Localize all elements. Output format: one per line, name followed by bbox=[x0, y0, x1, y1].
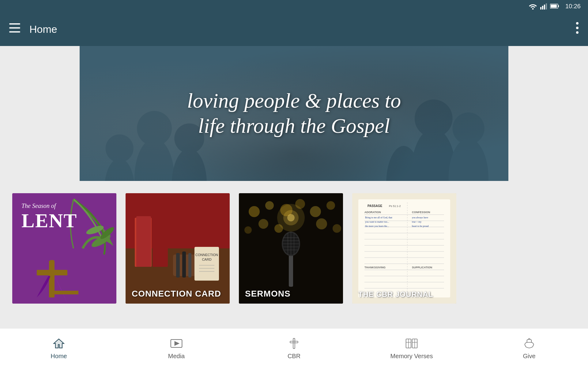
more-options-icon[interactable] bbox=[576, 22, 579, 36]
svg-rect-105 bbox=[293, 339, 295, 349]
svg-point-21 bbox=[415, 99, 453, 137]
svg-point-0 bbox=[532, 8, 533, 10]
svg-rect-4 bbox=[546, 3, 547, 10]
svg-point-53 bbox=[310, 206, 321, 217]
svg-text:CONFESSION: CONFESSION bbox=[412, 211, 430, 214]
svg-text:true + my: true + my bbox=[412, 220, 421, 223]
card-lent-subtitle: The Season of bbox=[21, 202, 77, 209]
cbr-icon bbox=[287, 337, 301, 350]
svg-rect-106 bbox=[290, 341, 298, 343]
wifi-icon bbox=[529, 3, 537, 10]
svg-rect-37 bbox=[153, 221, 168, 267]
nav-give-label: Give bbox=[523, 353, 535, 360]
svg-text:CARD: CARD bbox=[202, 258, 211, 261]
svg-point-56 bbox=[258, 219, 268, 229]
svg-point-50 bbox=[265, 201, 274, 210]
svg-text:heart to be proud: heart to be proud bbox=[412, 225, 428, 228]
svg-rect-8 bbox=[9, 23, 20, 25]
page-title: Home bbox=[29, 23, 576, 35]
svg-text:ADORATION: ADORATION bbox=[364, 211, 381, 214]
card-connection[interactable]: CONNECTION CARD CONNECTION CARD bbox=[126, 193, 230, 304]
hamburger-menu-icon[interactable] bbox=[9, 23, 20, 35]
nav-item-cbr[interactable]: CBR bbox=[266, 334, 322, 363]
svg-rect-3 bbox=[544, 5, 545, 10]
nav-cbr-label: CBR bbox=[288, 353, 300, 360]
bottom-navigation: Home Media CBR Memory Verses bbox=[0, 328, 588, 368]
svg-rect-2 bbox=[542, 6, 543, 10]
svg-text:PASSAGE: PASSAGE bbox=[368, 204, 382, 208]
give-icon bbox=[522, 337, 536, 350]
media-icon bbox=[170, 337, 183, 350]
svg-rect-1 bbox=[540, 7, 541, 10]
svg-text:SUPPLICATION: SUPPLICATION bbox=[412, 266, 432, 269]
svg-rect-39 bbox=[176, 253, 180, 278]
svg-point-12 bbox=[576, 27, 579, 29]
status-time: 10:26 bbox=[565, 3, 581, 10]
svg-point-19 bbox=[106, 134, 134, 162]
svg-rect-36 bbox=[136, 216, 151, 267]
status-icons: 10:26 bbox=[529, 3, 581, 10]
app-bar: Home bbox=[0, 12, 588, 46]
svg-point-58 bbox=[316, 218, 327, 229]
card-lent[interactable]: The Season of LENT bbox=[12, 193, 116, 304]
svg-text:you want to matter too...: you want to matter too... bbox=[365, 220, 389, 223]
svg-point-15 bbox=[137, 111, 172, 146]
svg-point-23 bbox=[453, 113, 484, 144]
card-lent-image: The Season of LENT bbox=[12, 193, 116, 304]
card-journal-label: THE CBR JOURNAL bbox=[352, 285, 456, 304]
svg-text:you always have: you always have bbox=[412, 216, 428, 219]
card-lent-main: LENT bbox=[21, 209, 77, 232]
nav-home-label: Home bbox=[51, 353, 67, 360]
svg-rect-32 bbox=[37, 270, 67, 275]
nav-item-home[interactable]: Home bbox=[31, 334, 86, 363]
svg-point-62 bbox=[287, 214, 295, 221]
nav-item-media[interactable]: Media bbox=[149, 334, 204, 363]
svg-point-59 bbox=[333, 224, 341, 233]
svg-text:Bring to me all of God, that: Bring to me all of God, that bbox=[365, 216, 392, 219]
svg-rect-31 bbox=[49, 261, 55, 297]
svg-rect-7 bbox=[551, 5, 557, 8]
svg-point-49 bbox=[249, 206, 260, 217]
svg-text:THANKSGIVING: THANKSGIVING bbox=[364, 266, 386, 269]
nav-item-give[interactable]: Give bbox=[502, 334, 557, 363]
svg-point-55 bbox=[244, 226, 252, 234]
card-connection-label: CONNECTION CARD bbox=[126, 284, 230, 304]
home-icon bbox=[52, 337, 66, 350]
svg-rect-40 bbox=[182, 251, 186, 278]
svg-text:CONNECTION: CONNECTION bbox=[195, 253, 218, 257]
svg-rect-9 bbox=[9, 27, 20, 29]
card-lent-title: The Season of LENT bbox=[21, 202, 77, 232]
nav-item-memory-verses[interactable]: Memory Verses bbox=[384, 334, 439, 363]
svg-rect-10 bbox=[9, 31, 20, 33]
svg-text:Ps 51:1-2: Ps 51:1-2 bbox=[389, 205, 401, 208]
battery-icon bbox=[550, 3, 559, 9]
svg-marker-104 bbox=[175, 342, 179, 346]
main-content: loving people & places to life through t… bbox=[0, 46, 588, 350]
memory-verses-icon bbox=[405, 337, 418, 350]
svg-text:the more you learn the...: the more you learn the... bbox=[365, 225, 389, 228]
signal-icon bbox=[540, 3, 547, 10]
hero-banner: loving people & places to life through t… bbox=[80, 46, 508, 181]
card-sermons-label: SERMONS bbox=[239, 284, 343, 304]
status-bar: 10:26 bbox=[0, 0, 588, 12]
cards-section: The Season of LENT bbox=[0, 181, 588, 310]
svg-rect-6 bbox=[558, 5, 559, 7]
svg-point-22 bbox=[449, 138, 488, 181]
svg-rect-76 bbox=[358, 199, 450, 297]
svg-rect-42 bbox=[194, 247, 219, 281]
card-sermons[interactable]: SERMONS bbox=[239, 193, 343, 304]
svg-point-11 bbox=[576, 22, 579, 25]
svg-point-54 bbox=[326, 201, 335, 210]
hero-text: loving people & places to life through t… bbox=[187, 88, 401, 138]
svg-point-13 bbox=[576, 31, 579, 34]
nav-memory-verses-label: Memory Verses bbox=[390, 353, 433, 360]
svg-rect-41 bbox=[188, 253, 191, 278]
nav-media-label: Media bbox=[168, 353, 185, 360]
card-journal[interactable]: PASSAGE Ps 51:1-2 ADORATION CONFESSION B… bbox=[352, 193, 456, 304]
